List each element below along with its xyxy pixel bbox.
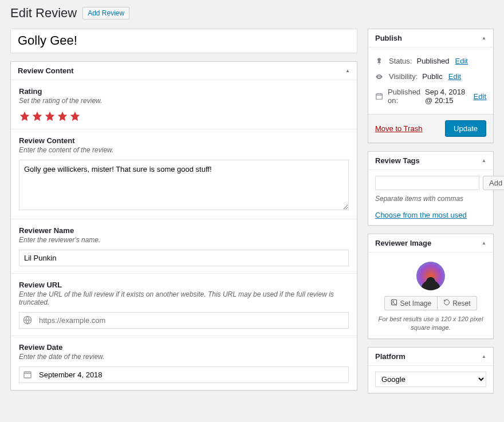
review-content-box: Review Content ▲ Rating Set the rating o…	[10, 61, 357, 391]
reviewer-image-box-header[interactable]: Reviewer Image ▲	[368, 234, 493, 253]
platform-box-header[interactable]: Platform ▲	[368, 348, 493, 366]
review-tags-box-title: Review Tags	[375, 156, 420, 165]
calendar-icon	[375, 92, 383, 100]
review-content-textarea[interactable]: Golly gee willickers, mister! That sure …	[19, 160, 349, 210]
star-icon	[57, 111, 68, 122]
star-icon	[19, 111, 30, 122]
image-icon	[391, 299, 397, 307]
status-edit-link[interactable]: Edit	[455, 57, 468, 65]
publish-box: Publish ▲ Status: Published Edit	[368, 29, 494, 143]
svg-rect-3	[376, 94, 383, 99]
collapse-icon: ▲	[482, 158, 486, 163]
svg-rect-4	[392, 300, 397, 305]
publish-box-header[interactable]: Publish ▲	[368, 29, 493, 48]
review-content-field: Review Content Enter the content of the …	[11, 129, 357, 219]
tags-hint: Separate items with commas	[375, 195, 486, 203]
review-tags-box-header[interactable]: Review Tags ▲	[368, 152, 493, 170]
content-label: Review Content	[19, 136, 349, 145]
platform-box: Platform ▲ Google	[368, 347, 494, 393]
reviewer-name-field: Reviewer Name Enter the reviewer's name.	[11, 219, 357, 273]
review-date-desc: Enter the date of the review.	[19, 353, 349, 361]
content-desc: Enter the content of the review.	[19, 146, 349, 154]
globe-icon	[19, 315, 36, 325]
reviewer-image-box: Reviewer Image ▲ Set Image	[368, 234, 494, 339]
publish-box-title: Publish	[375, 34, 402, 42]
review-url-input[interactable]	[36, 313, 348, 328]
published-edit-link[interactable]: Edit	[474, 92, 486, 101]
status-line: Status: Published Edit	[375, 53, 486, 69]
status-value: Published	[416, 57, 449, 65]
review-date-label: Review Date	[19, 343, 349, 352]
review-date-input-wrap	[19, 366, 349, 383]
review-tags-box: Review Tags ▲ Add Separate items with co…	[368, 151, 494, 226]
reviewer-name-input[interactable]	[19, 250, 349, 266]
post-title-input[interactable]	[10, 29, 357, 53]
tags-input[interactable]	[375, 176, 479, 190]
visibility-edit-link[interactable]: Edit	[448, 72, 461, 81]
page-title: Edit Review	[10, 6, 77, 21]
svg-rect-1	[24, 372, 31, 378]
svg-point-5	[393, 301, 394, 302]
platform-select[interactable]: Google	[375, 372, 486, 387]
eye-icon	[375, 73, 384, 81]
reviewer-name-label: Reviewer Name	[19, 226, 349, 235]
review-url-input-wrap	[19, 312, 349, 329]
review-url-desc: Enter the URL of the full review if it e…	[19, 290, 349, 306]
reset-image-button[interactable]: Reset	[438, 296, 477, 310]
collapse-icon: ▲	[482, 240, 486, 246]
reviewer-name-desc: Enter the reviewer's name.	[19, 236, 349, 244]
reviewer-avatar[interactable]	[416, 262, 445, 290]
review-url-label: Review URL	[19, 281, 349, 289]
review-date-field: Review Date Enter the date of the review…	[11, 336, 357, 390]
undo-icon	[443, 299, 450, 307]
image-hint: For best results use a 120 x 120 pixel s…	[375, 315, 486, 333]
rating-label: Rating	[19, 87, 349, 96]
add-review-button[interactable]: Add Review	[82, 7, 129, 19]
platform-box-title: Platform	[375, 352, 405, 361]
page-header: Edit Review Add Review	[10, 6, 494, 21]
review-url-field: Review URL Enter the URL of the full rev…	[11, 273, 357, 336]
review-content-box-header[interactable]: Review Content ▲	[11, 62, 357, 80]
calendar-icon	[19, 370, 36, 379]
move-to-trash-link[interactable]: Move to Trash	[375, 124, 422, 133]
set-image-button[interactable]: Set Image	[384, 296, 438, 310]
published-value: Sep 4, 2018 @ 20:15	[425, 88, 467, 105]
visibility-value: Public	[422, 72, 442, 81]
pin-icon	[375, 57, 384, 65]
rating-stars[interactable]	[19, 111, 349, 122]
review-date-input[interactable]	[36, 367, 348, 382]
star-icon	[44, 111, 56, 122]
published-line: Published on: Sep 4, 2018 @ 20:15 Edit	[375, 84, 486, 108]
rating-field: Rating Set the rating of the review.	[11, 80, 357, 129]
visibility-line: Visibility: Public Edit	[375, 69, 486, 84]
collapse-icon: ▲	[482, 36, 486, 41]
star-icon	[32, 111, 43, 122]
collapse-icon: ▲	[345, 68, 350, 73]
rating-desc: Set the rating of the review.	[19, 97, 349, 105]
most-used-tags-link[interactable]: Choose from the most used	[375, 211, 486, 219]
review-content-box-title: Review Content	[18, 66, 74, 75]
svg-point-2	[379, 76, 380, 77]
update-button[interactable]: Update	[445, 120, 486, 137]
collapse-icon: ▲	[482, 354, 486, 359]
tags-add-button[interactable]: Add	[483, 176, 504, 190]
reviewer-image-box-title: Reviewer Image	[375, 239, 431, 247]
star-icon	[69, 111, 81, 122]
